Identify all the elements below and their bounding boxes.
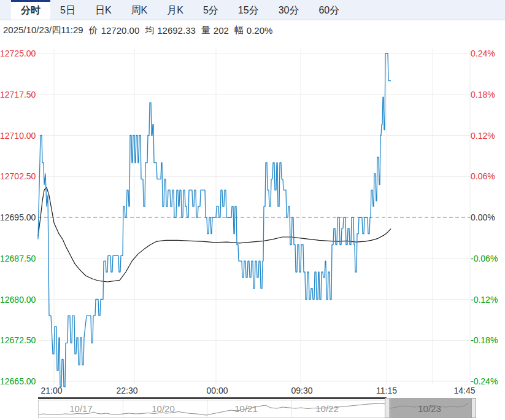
navigator-left-handle[interactable] [385, 398, 390, 418]
y-axis-price-label: 12680.00 [0, 295, 36, 305]
price-chart-canvas[interactable] [0, 0, 505, 420]
x-axis-time-label: 11:15 [376, 386, 397, 395]
y-axis-percent-label: 0.00% [471, 212, 505, 222]
y-axis-percent-label: -0.12% [471, 295, 505, 305]
navigator-date-label: 10/23 [418, 403, 441, 414]
x-axis-time-label: 14:45 [453, 386, 475, 395]
navigator-date-label: 10/17 [69, 403, 93, 414]
navigator-date-label: 10/20 [152, 403, 175, 414]
intraday-chart-app: 分时5日日K周K月K5分15分30分60分 2025/10/23/四11:29 … [0, 0, 505, 420]
x-axis-time-label: 00:00 [206, 386, 228, 395]
y-axis-percent-label: 0.18% [471, 90, 505, 99]
y-axis-price-label: 12687.50 [0, 254, 36, 263]
y-axis-percent-label: -0.06% [471, 254, 505, 263]
navigator-date-label: 10/21 [234, 403, 258, 414]
price-line [38, 53, 391, 387]
y-axis-price-label: 12725.00 [0, 49, 36, 58]
y-axis-price-label: 12717.50 [0, 90, 36, 99]
y-axis-price-label: 12702.50 [0, 171, 36, 181]
x-axis-time-label: 21:00 [40, 386, 62, 395]
y-axis-percent-label: 0.06% [471, 171, 505, 181]
y-axis-price-label: 12665.00 [0, 376, 36, 386]
y-axis-percent-label: -0.24% [471, 376, 505, 386]
average-line [38, 187, 391, 282]
y-axis-price-label: 12695.00 [0, 212, 36, 222]
navigator-right-handle[interactable] [471, 398, 476, 418]
date-range-navigator[interactable]: 10/1710/2010/2110/2210/23 [38, 400, 476, 418]
horizontal-scrollbar-thumb[interactable] [38, 397, 387, 399]
y-axis-price-label: 12672.50 [0, 335, 36, 345]
x-axis-time-label: 09:30 [291, 386, 312, 395]
y-axis-percent-label: 0.24% [471, 49, 505, 58]
y-axis-price-label: 12710.00 [0, 131, 36, 141]
y-axis-percent-label: -0.18% [471, 335, 505, 345]
x-axis-time-label: 22:30 [116, 386, 137, 395]
navigator-sparkline [39, 400, 477, 419]
y-axis-percent-label: 0.12% [471, 131, 505, 141]
navigator-date-label: 10/22 [315, 403, 339, 414]
